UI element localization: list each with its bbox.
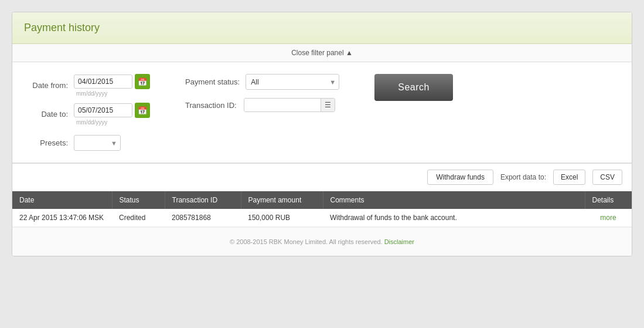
presets-label: Presets: bbox=[24, 138, 68, 147]
date-from-input[interactable] bbox=[74, 75, 132, 89]
col-header-date: Date bbox=[12, 191, 112, 209]
transaction-id-label: Transaction ID: bbox=[185, 101, 238, 110]
transaction-id-input[interactable] bbox=[244, 99, 321, 111]
search-button[interactable]: Search bbox=[374, 74, 453, 101]
date-to-hint: mm/dd/yyyy bbox=[76, 119, 150, 126]
filter-toggle-bar[interactable]: Close filter panel ▲ bbox=[12, 44, 632, 62]
cell-comments: Withdrawal of funds to the bank account. bbox=[323, 209, 585, 227]
date-to-wrap: 📅 mm/dd/yyyy bbox=[74, 103, 150, 126]
col-header-comments: Comments bbox=[323, 191, 585, 209]
footer: © 2008-2015 RBK Money Limited. All right… bbox=[12, 227, 632, 256]
calendar-icon-2: 📅 bbox=[138, 106, 147, 115]
cell-details: more bbox=[585, 209, 632, 227]
date-from-label: Date from: bbox=[24, 81, 68, 90]
date-from-row: 📅 bbox=[74, 74, 150, 89]
filter-toggle-label: Close filter panel ▲ bbox=[291, 49, 353, 57]
presets-row: Presets: ▼ bbox=[24, 135, 150, 151]
page-title: Payment history bbox=[24, 22, 620, 34]
transaction-id-input-wrap: ☰ bbox=[244, 98, 335, 112]
filter-middle: Payment status: All ▼ Transaction ID: bbox=[185, 74, 339, 112]
list-icon: ☰ bbox=[325, 101, 331, 109]
export-excel-button[interactable]: Excel bbox=[553, 170, 585, 185]
payment-status-select-wrap: All ▼ bbox=[246, 74, 339, 90]
col-header-status: Status bbox=[112, 191, 165, 209]
payment-status-label: Payment status: bbox=[185, 77, 240, 86]
date-from-wrap: 📅 mm/dd/yyyy bbox=[74, 74, 150, 97]
page-header: Payment history bbox=[12, 12, 632, 44]
table-header: Date Status Transaction ID Payment amoun… bbox=[12, 191, 632, 209]
payment-status-select[interactable]: All bbox=[246, 74, 339, 90]
export-label: Export data to: bbox=[500, 173, 546, 181]
col-header-transaction-id: Transaction ID bbox=[165, 191, 241, 209]
table-row: 22 Apr 2015 13:47:06 MSK Credited 208578… bbox=[12, 209, 632, 227]
disclaimer-link[interactable]: Disclaimer bbox=[384, 238, 414, 245]
cell-status: Credited bbox=[112, 209, 165, 227]
col-header-payment-amount: Payment amount bbox=[241, 191, 323, 209]
presets-select[interactable] bbox=[74, 135, 121, 151]
footer-text: © 2008-2015 RBK Money Limited. All right… bbox=[230, 238, 383, 245]
cell-transaction-id: 2085781868 bbox=[165, 209, 241, 227]
cell-payment-amount: 150,000 RUB bbox=[241, 209, 323, 227]
date-from-field: Date from: 📅 mm/dd/yyyy bbox=[24, 74, 150, 97]
col-header-details: Details bbox=[585, 191, 632, 209]
main-container: Payment history Close filter panel ▲ Dat… bbox=[12, 12, 632, 256]
table-body: 22 Apr 2015 13:47:06 MSK Credited 208578… bbox=[12, 209, 632, 227]
details-more-link[interactable]: more bbox=[600, 214, 616, 222]
data-table: Date Status Transaction ID Payment amoun… bbox=[12, 191, 632, 227]
calendar-icon: 📅 bbox=[138, 77, 147, 86]
filter-right: Search bbox=[374, 74, 453, 101]
table-header-row: Date Status Transaction ID Payment amoun… bbox=[12, 191, 632, 209]
date-to-calendar-button[interactable]: 📅 bbox=[135, 103, 150, 118]
date-to-label: Date to: bbox=[24, 110, 68, 119]
date-to-row: 📅 bbox=[74, 103, 150, 118]
date-from-calendar-button[interactable]: 📅 bbox=[135, 74, 150, 89]
date-to-input[interactable] bbox=[74, 103, 132, 117]
filter-row: Date from: 📅 mm/dd/yyyy Date to: bbox=[24, 74, 620, 151]
withdraw-funds-button[interactable]: Withdraw funds bbox=[427, 170, 493, 185]
filter-panel: Date from: 📅 mm/dd/yyyy Date to: bbox=[12, 62, 632, 164]
filter-left: Date from: 📅 mm/dd/yyyy Date to: bbox=[24, 74, 150, 151]
toolbar-row: Withdraw funds Export data to: Excel CSV bbox=[12, 164, 632, 191]
date-from-hint: mm/dd/yyyy bbox=[76, 90, 150, 97]
transaction-id-field: Transaction ID: ☰ bbox=[185, 98, 339, 112]
transaction-id-icon-button[interactable]: ☰ bbox=[321, 99, 335, 111]
export-csv-button[interactable]: CSV bbox=[592, 170, 622, 185]
date-to-field: Date to: 📅 mm/dd/yyyy bbox=[24, 103, 150, 126]
payment-status-field: Payment status: All ▼ bbox=[185, 74, 339, 90]
cell-date: 22 Apr 2015 13:47:06 MSK bbox=[12, 209, 112, 227]
presets-select-wrap: ▼ bbox=[74, 135, 121, 151]
